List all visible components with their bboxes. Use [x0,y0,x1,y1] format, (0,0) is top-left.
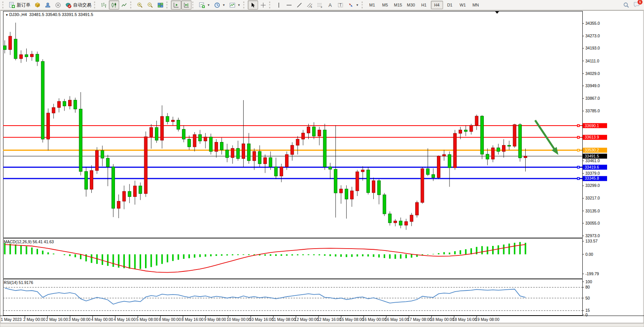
chat-button[interactable]: 1 [633,1,640,9]
time-axis-label: 1 May 2023 [1,317,22,322]
new-chart-button[interactable]: ▼ [197,0,212,10]
candle [52,107,55,113]
timeframe-h4[interactable]: H4 [431,1,443,9]
cursor-tool-button[interactable] [248,0,258,10]
toolbar-grip[interactable] [2,2,5,8]
candle [47,113,50,139]
candle [144,137,147,193]
auto-trading-button[interactable]: 自动交易 [63,0,93,10]
toolbar-grip[interactable] [130,2,133,8]
candle [242,144,245,159]
tile-windows-button[interactable] [155,0,166,10]
candle [334,169,337,193]
period-button[interactable]: ▼ [212,0,227,10]
zoom-out-icon [147,2,153,8]
price-level-badge-label: 33530.2 [585,148,599,152]
timeframe-mn[interactable]: MN [470,1,482,9]
new-order-button[interactable]: 新订单 [7,0,32,10]
fibonacci-tool-button[interactable]: F [315,0,325,10]
rsi-indicator-label: RSI(14) 51.9176 [4,280,33,285]
zoom-out-button[interactable] [145,0,155,10]
label-tool-button[interactable]: T [335,0,346,10]
candle [182,129,185,139]
timeframe-m15[interactable]: M15 [392,1,404,9]
symbol-dropdown-icon[interactable]: ▼ [5,13,9,17]
timeframe-d1[interactable]: D1 [444,1,456,9]
candle [296,139,299,145]
tile-windows-icon [157,2,164,8]
toolbar-grip[interactable] [94,2,97,8]
candle [459,130,462,133]
candle [74,100,77,109]
bar-chart-mode-button[interactable] [99,0,109,10]
candle [231,148,234,158]
search-icon[interactable] [623,2,630,8]
time-axis-label: 16 May 00:00 [362,317,387,322]
candle [410,215,413,222]
price-axis-tick-label: 33299.0 [585,183,600,188]
profile-button[interactable] [43,0,53,10]
text-tool-button[interactable]: A [325,0,335,10]
auto-scroll-button[interactable] [171,0,181,10]
toolbar-grip[interactable] [166,2,169,8]
toolbar-right-group: 1 [623,1,642,9]
candle [356,172,359,191]
timeframe-m5[interactable]: M5 [379,1,391,9]
candle [351,191,354,199]
price-axis-tick-label: 34193.0 [585,46,600,50]
candle [291,145,294,155]
candle [312,127,316,136]
macd-axis-label: 0.00 [585,252,593,257]
price-axis-tick-label: 33785.0 [585,108,600,113]
market-watch-button[interactable] [32,0,43,10]
zoom-in-button[interactable] [135,0,145,10]
svg-text:A: A [328,2,332,8]
price-level-badge-label: 33491.5 [585,154,599,158]
candle [236,148,239,159]
text-label-icon: T [337,2,344,8]
candle [128,191,131,197]
candle [79,109,82,171]
signals-button[interactable] [53,0,63,10]
timeframe-w1[interactable]: W1 [457,1,469,9]
timeframe-m1[interactable]: M1 [366,1,378,9]
candlestick-mode-button[interactable] [109,0,119,10]
line-chart-mode-button[interactable] [119,0,129,10]
candle [209,137,212,152]
svg-text:F: F [321,6,322,8]
timeframe-h1[interactable]: H1 [418,1,430,9]
candle [14,39,17,59]
chart-area[interactable]: 34355.034273.034193.034111.034029.033949… [0,0,644,327]
candle [63,101,66,106]
candle [150,128,153,137]
toolbar-grip[interactable] [243,2,246,8]
chart-shift-button[interactable] [181,0,191,10]
toolbar-grip[interactable] [192,2,195,8]
price-axis-tick-label: 33867.0 [585,96,600,100]
line-anchor-center [578,125,579,126]
candle [226,150,229,158]
time-axis-label: 18 May 00:00 [430,317,454,322]
channel-tool-button[interactable]: E [304,0,315,10]
horizontal-line-tool-button[interactable] [284,0,294,10]
timeframe-m30[interactable]: M30 [405,1,417,9]
crosshair-tool-button[interactable] [258,0,268,10]
candle [25,55,28,57]
candle [448,155,451,168]
trendline-tool-button[interactable] [294,0,304,10]
vertical-line-tool-button[interactable] [274,0,284,10]
time-axis-label: 5 May 08:00 [136,317,158,322]
toolbar-grip[interactable] [269,2,272,8]
candle [199,134,202,141]
candle [101,150,104,158]
template-button[interactable]: ▼ [227,0,242,10]
candle [388,214,391,223]
rsi-axis-label: 50 [585,296,590,300]
candle [394,221,397,223]
price-axis-tick-label: 33379.0 [585,171,600,175]
toolbar-grip[interactable] [362,2,365,8]
arrows-tool-button[interactable]: ▼ [346,0,361,10]
candle [57,101,61,107]
candle [323,130,326,167]
chart-title: ▼ DJ30-,H4 33481.5 33540.5 33391.5 33491… [5,12,93,17]
